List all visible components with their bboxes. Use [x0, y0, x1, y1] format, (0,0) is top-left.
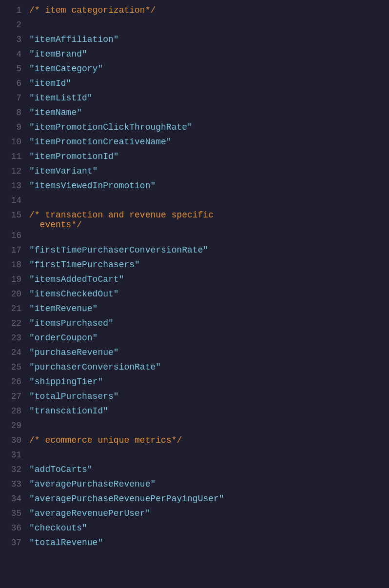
line-number: 25	[0, 362, 29, 372]
line-content: "itemPromotionClickThroughRate"	[29, 122, 389, 132]
line-number: 34	[0, 494, 29, 504]
line-content: "itemVariant"	[29, 166, 389, 176]
line-number: 5	[0, 64, 29, 74]
code-line: 9"itemPromotionClickThroughRate"	[0, 122, 389, 137]
line-content: "purchaseRevenue"	[29, 348, 389, 357]
line-number: 35	[0, 509, 29, 518]
line-number: 32	[0, 465, 29, 474]
line-number: 3	[0, 35, 29, 44]
line-content: "transcationId"	[29, 406, 389, 416]
line-content: "itemId"	[29, 78, 389, 88]
line-number: 1	[0, 5, 29, 15]
code-line: 5"itemCategory"	[0, 63, 389, 78]
code-line: 29	[0, 420, 389, 435]
code-line: 27"totalPurchasers"	[0, 391, 389, 406]
line-content: "itemAffiliation"	[29, 35, 389, 44]
code-line: 30/* ecommerce unique metrics*/	[0, 435, 389, 450]
line-number: 6	[0, 78, 29, 88]
code-line: 11"itemPromotionId"	[0, 151, 389, 166]
line-content: "itemsAddedToCart"	[29, 274, 389, 284]
line-number: 24	[0, 348, 29, 357]
line-number: 15	[0, 210, 29, 220]
line-number: 22	[0, 318, 29, 328]
line-number: 17	[0, 245, 29, 255]
code-line: 24"purchaseRevenue"	[0, 347, 389, 362]
line-number: 37	[0, 538, 29, 548]
line-content: "averagePurchaseRevenuePerPayingUser"	[29, 494, 389, 504]
code-line: 34"averagePurchaseRevenuePerPayingUser"	[0, 493, 389, 508]
line-number: 27	[0, 392, 29, 401]
line-number: 14	[0, 196, 29, 205]
code-line: 3"itemAffiliation"	[0, 34, 389, 49]
line-number: 28	[0, 406, 29, 416]
line-content: /* ecommerce unique metrics*/	[29, 435, 389, 445]
code-line: 25"purchaserConversionRate"	[0, 362, 389, 376]
line-number: 36	[0, 523, 29, 533]
line-content: "itemCategory"	[29, 64, 389, 74]
line-content: "itemPromotionId"	[29, 152, 389, 161]
code-line: 35"averageRevenuePerUser"	[0, 508, 389, 523]
line-number: 18	[0, 260, 29, 270]
code-line: 31	[0, 450, 389, 464]
code-editor: 1/* item categorization*/23"itemAffiliat…	[0, 0, 389, 588]
line-number: 2	[0, 20, 29, 30]
line-content: "totalRevenue"	[29, 538, 389, 548]
code-line: 20"itemsCheckedOut"	[0, 289, 389, 303]
code-line: 26"shippingTier"	[0, 376, 389, 391]
line-number: 7	[0, 93, 29, 103]
code-line: 8"itemName"	[0, 107, 389, 122]
line-content: "firstTimePurchasers"	[29, 260, 389, 270]
code-line: 36"checkouts"	[0, 523, 389, 537]
line-number: 21	[0, 304, 29, 314]
code-line: 21"itemRevenue"	[0, 303, 389, 318]
line-number: 33	[0, 479, 29, 489]
line-content: "checkouts"	[29, 523, 389, 533]
code-line: 15/* transaction and revenue specific ev…	[0, 210, 389, 230]
line-number: 31	[0, 450, 29, 460]
line-content: "itemsViewedInPromotion"	[29, 181, 389, 191]
line-content: /* transaction and revenue specific even…	[29, 210, 389, 230]
line-content: "itemsCheckedOut"	[29, 289, 389, 299]
line-content: "itemPromotionCreativeName"	[29, 137, 389, 147]
line-number: 20	[0, 289, 29, 299]
line-content: "addToCarts"	[29, 465, 389, 474]
line-content: "firstTimePurchaserConversionRate"	[29, 245, 389, 255]
code-line: 32"addToCarts"	[0, 464, 389, 479]
line-content: "totalPurchasers"	[29, 392, 389, 401]
line-number: 13	[0, 181, 29, 191]
line-content: "averagePurchaseRevenue"	[29, 479, 389, 489]
line-number: 19	[0, 274, 29, 284]
line-number: 8	[0, 108, 29, 118]
line-number: 12	[0, 166, 29, 176]
line-content: "shippingTier"	[29, 377, 389, 387]
code-line: 6"itemId"	[0, 78, 389, 93]
code-line: 4"itemBrand"	[0, 49, 389, 63]
code-line: 37"totalRevenue"	[0, 537, 389, 552]
code-line: 12"itemVariant"	[0, 166, 389, 180]
line-content: "itemBrand"	[29, 49, 389, 59]
line-content: /* item categorization*/	[29, 5, 389, 15]
code-line: 18"firstTimePurchasers"	[0, 259, 389, 274]
code-line: 10"itemPromotionCreativeName"	[0, 137, 389, 151]
line-content: "itemListId"	[29, 93, 389, 103]
code-line: 7"itemListId"	[0, 93, 389, 107]
code-line: 19"itemsAddedToCart"	[0, 274, 389, 289]
line-number: 10	[0, 137, 29, 147]
line-number: 23	[0, 333, 29, 343]
code-line: 1/* item categorization*/	[0, 5, 389, 20]
code-line: 22"itemsPurchased"	[0, 318, 389, 333]
code-line: 28"transcationId"	[0, 406, 389, 420]
code-line: 23"orderCoupon"	[0, 333, 389, 347]
code-line: 14	[0, 195, 389, 210]
code-line: 2	[0, 20, 389, 34]
code-line: 17"firstTimePurchaserConversionRate"	[0, 245, 389, 259]
line-content: "itemsPurchased"	[29, 318, 389, 328]
line-content: "orderCoupon"	[29, 333, 389, 343]
line-number: 29	[0, 421, 29, 431]
line-content: "purchaserConversionRate"	[29, 362, 389, 372]
code-line: 33"averagePurchaseRevenue"	[0, 479, 389, 493]
code-line: 13"itemsViewedInPromotion"	[0, 180, 389, 195]
line-content: "itemName"	[29, 108, 389, 118]
line-number: 11	[0, 152, 29, 161]
line-content: "itemRevenue"	[29, 304, 389, 314]
